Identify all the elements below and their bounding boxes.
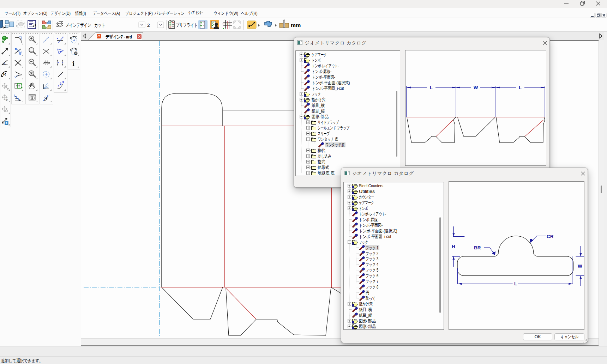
svg-text:BR: BR [474, 245, 481, 250]
svg-text:指穴: 指穴 [317, 159, 325, 164]
svg-text:フック: フック [312, 92, 321, 97]
svg-text:2: 2 [60, 82, 61, 85]
svg-text:H: H [452, 244, 455, 249]
svg-text:指かけ穴: 指かけ穴 [311, 97, 325, 102]
svg-text:紙目_横: 紙目_横 [359, 307, 372, 312]
svg-text:地獄底 底: 地獄底 底 [318, 171, 335, 176]
svg-text:トンボ-平面図-(選択式): トンボ-平面図-(選択式) [312, 80, 350, 85]
svg-text:mm: mm [291, 22, 301, 29]
svg-text:フック 6: フック 6 [366, 273, 378, 278]
svg-text:図形 部品: 図形 部品 [359, 318, 376, 323]
svg-text:フック 3: フック 3 [366, 256, 378, 261]
svg-text:シールエンド フラップ: シールエンド フラップ [318, 126, 349, 131]
svg-text:i: i [72, 59, 74, 68]
svg-text:トンボ-平面図-: トンボ-平面図- [359, 223, 383, 228]
svg-text:L: L [519, 85, 522, 90]
svg-text:紙目_横: 紙目_横 [312, 103, 325, 108]
svg-text:糊代: 糊代 [317, 148, 325, 153]
svg-text:指かけ穴: 指かけ穴 [359, 302, 373, 307]
svg-text:紙目_縦: 紙目_縦 [359, 313, 372, 318]
svg-text:トンボ-平面図_i-cut: トンボ-平面図_i-cut [359, 234, 391, 239]
svg-text:フック 4: フック 4 [366, 262, 378, 267]
svg-text:フック 1: フック 1 [366, 245, 378, 250]
svg-text:図形-部品: 図形-部品 [359, 324, 376, 329]
svg-text:L: L [514, 281, 517, 286]
svg-text:差し込み: 差し込み [318, 154, 331, 159]
svg-text:Utilities: Utilities [359, 189, 375, 194]
svg-text:他形式: 他形式 [318, 165, 329, 170]
svg-text:トンボ: トンボ [312, 58, 321, 63]
svg-text:トンボ-罫線-: トンボ-罫線- [312, 69, 331, 74]
svg-text:フック 5: フック 5 [366, 268, 378, 273]
svg-text:L: L [430, 85, 433, 90]
svg-text:R: R [3, 72, 6, 76]
svg-text:カウンター: カウンター [359, 195, 374, 200]
svg-text:トンボ-レイアウト-: トンボ-レイアウト- [359, 212, 386, 217]
svg-text:紙目_縦: 紙目_縦 [312, 109, 325, 114]
svg-text:ケアマーク: ケアマーク [312, 52, 327, 57]
svg-text:CR: CR [547, 234, 554, 239]
svg-text:フック 7: フック 7 [366, 279, 378, 284]
svg-text:フック: フック [359, 240, 368, 245]
svg-text:フック 8: フック 8 [366, 285, 378, 290]
svg-text:トンボ: トンボ [359, 206, 368, 211]
svg-text:トンボ-平面図-: トンボ-平面図- [312, 75, 335, 80]
svg-text:Steel Counters: Steel Counters [359, 183, 383, 188]
svg-text:図形 部品: 図形 部品 [312, 114, 329, 119]
svg-text:円: 円 [366, 290, 369, 295]
svg-text:トンボ-平面図_i-cut: トンボ-平面図_i-cut [312, 86, 344, 91]
svg-text:トンボ-レイアウト-: トンボ-レイアウト- [312, 63, 339, 68]
svg-text:取って: 取って [366, 296, 375, 301]
svg-text:2: 2 [147, 23, 150, 28]
svg-text:ワンタッチ底: ワンタッチ底 [325, 142, 344, 147]
svg-text:W: W [578, 263, 582, 269]
svg-text:トンボ-平面図-(選択式): トンボ-平面図-(選択式) [359, 229, 397, 233]
svg-text:ワンタッチ 底: ワンタッチ 底 [318, 137, 338, 142]
svg-text:W: W [474, 85, 478, 90]
svg-text:フック 2: フック 2 [366, 251, 378, 256]
svg-text:3: 3 [62, 80, 64, 84]
svg-text:トンボ-罫線-: トンボ-罫線- [359, 217, 379, 222]
svg-text:ケアマーク: ケアマーク [359, 200, 374, 205]
svg-text:サイドフラップ: サイドフラップ [318, 120, 339, 125]
svg-text:スリーブ: スリーブ [318, 131, 330, 136]
